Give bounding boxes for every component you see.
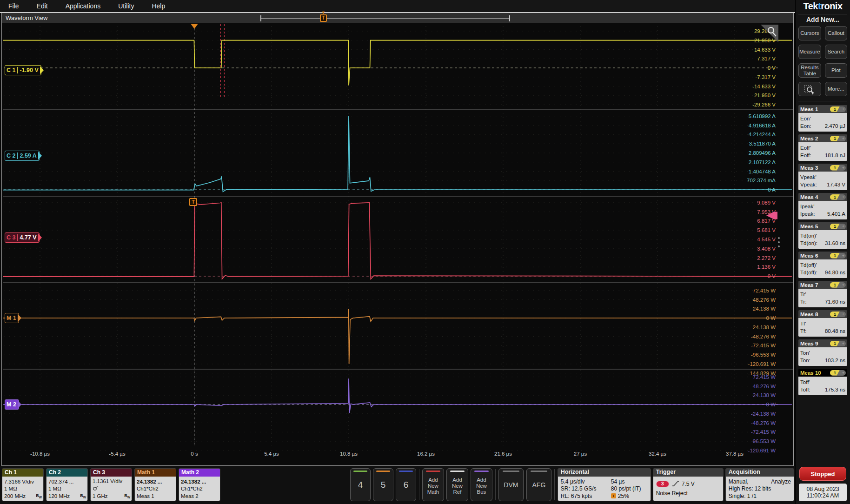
utility-buttons: DVMAFG [498, 468, 551, 501]
panel-button-plot[interactable]: Plot [825, 63, 847, 78]
measurement-card-body: Td(on)'Td(on):31.60 ns [798, 230, 847, 249]
button-afg[interactable]: AFG [526, 468, 551, 501]
channel-button-4[interactable]: 4 [350, 468, 371, 501]
panel-button-more[interactable]: More... [825, 82, 847, 96]
panel-button-measure[interactable]: Measure [798, 45, 821, 59]
divider [419, 469, 419, 500]
measurement-source-badge[interactable]: 1+ [830, 282, 846, 288]
measurement-name: Eon' [800, 116, 845, 121]
measurement-source-badge[interactable]: 1+ [830, 370, 846, 376]
horizontal-panel[interactable]: Horizontal 5.4 µs/div54 µs SR: 12.5 GS/s… [558, 468, 651, 501]
menu-item-file[interactable]: File [5, 1, 31, 11]
horizontal-scale: 5.4 µs/div [561, 478, 611, 485]
channel-card-row: Ch1*Ch2 [181, 486, 219, 491]
panel-button-callout[interactable]: Callout [825, 26, 847, 40]
measurement-card[interactable]: Meas 41+Ipeak'Ipeak:5.401 A [798, 193, 847, 219]
measurement-source-badge[interactable]: 1+ [830, 341, 846, 346]
channel-badge-ch1[interactable]: C 1-1.90 V [5, 65, 41, 75]
channel-setting: 24.1382 ... [181, 479, 206, 484]
panel-button-cursors[interactable]: Cursors [798, 26, 821, 40]
svg-text:48.276 W: 48.276 W [753, 384, 776, 389]
menu-item-help[interactable]: Help [148, 1, 177, 11]
measurement-name: Tf' [800, 321, 845, 326]
measurement-source-badge[interactable]: 1+ [830, 165, 846, 171]
record-view-bracket[interactable]: T [260, 15, 510, 21]
menu-item-edit[interactable]: Edit [33, 1, 60, 11]
trigger-panel[interactable]: Trigger 3 7.5 V Noise Reject [653, 468, 724, 501]
waveform-plot[interactable]: 29.266 V21.950 V14.633 V7.317 V0 V-7.317… [3, 23, 793, 462]
svg-text:24.138 W: 24.138 W [753, 392, 776, 398]
trigger-level: 7.5 V [682, 481, 695, 487]
channel-card-row: Meas 2 [181, 493, 219, 499]
measurement-card[interactable]: Meas 91+Ton'Ton:103.2 ns [798, 339, 847, 366]
trigger-source-badge: 3 [656, 481, 669, 487]
measurement-source-badge[interactable]: 1+ [830, 253, 846, 259]
measurement-label: Ton: [800, 358, 810, 363]
measurement-card[interactable]: Meas 51+Td(on)'Td(on):31.60 ns [798, 222, 847, 249]
measurement-card[interactable]: Meas 11+Eon'Eon:2.470 µJ [798, 105, 847, 132]
panel-button-results-table[interactable]: Results Table [798, 63, 821, 78]
button-add-new-math[interactable]: AddNewMath [422, 468, 444, 501]
channel-button-5[interactable]: 5 [373, 468, 393, 501]
channel-badge-m1[interactable]: M 1 [5, 313, 19, 323]
svg-text:6.817 V: 6.817 V [757, 218, 776, 224]
svg-text:5.618992 A: 5.618992 A [749, 113, 776, 119]
panel-button-search[interactable]: Search [825, 45, 847, 59]
measurement-card[interactable]: Meas 71+Tr'Tr:71.60 ns [798, 281, 847, 307]
measurement-card[interactable]: Meas 31+Vpeak'Vpeak:17.43 V [798, 164, 847, 190]
channel-setting: 1 MΩ [4, 486, 17, 491]
measurement-source-badge[interactable]: 1+ [830, 106, 846, 112]
channel-card-ch2[interactable]: Ch 2702.374 ...1 MΩ120 MHzBW [46, 468, 88, 501]
measurement-source-badge[interactable]: 1+ [830, 136, 846, 141]
button-add-new-bus[interactable]: AddNewBus [471, 468, 492, 501]
channel-button-6[interactable]: 6 [396, 468, 416, 501]
channel-card-ch1[interactable]: Ch 17.3166 V/div1 MΩ200 MHzBW [2, 468, 44, 501]
zoom-select-button[interactable] [798, 82, 821, 96]
add-new-button-grid: CursorsCalloutMeasureSearchResults Table… [798, 24, 847, 101]
date-label: 08 Aug 2023 [806, 486, 839, 492]
measurement-source-badge[interactable]: 1+ [830, 194, 846, 200]
trigger-position-marker[interactable]: T [320, 14, 327, 22]
channel-badge-ch3[interactable]: C 34.77 V [5, 232, 40, 243]
acquisition-mode: Manual, [729, 478, 749, 485]
measurement-title: Meas 9 [800, 341, 818, 346]
svg-text:3.511870 A: 3.511870 A [749, 141, 776, 146]
measurement-value-row: Ipeak:5.401 A [800, 211, 845, 217]
measurement-label: Tf: [800, 328, 806, 334]
measurement-value: 71.60 ns [825, 299, 845, 305]
measurement-source-badge[interactable]: 1+ [830, 312, 846, 317]
button-add-new-ref[interactable]: AddNewRef [446, 468, 468, 501]
menubar: FileEditApplicationsUtilityHelp [0, 0, 795, 13]
measurement-card[interactable]: Meas 21+Eoff'Eoff:181.8 nJ [798, 134, 847, 161]
measurement-card[interactable]: Meas 81+Tf'Tf:80.48 ns [798, 310, 847, 337]
channel-badge-ch2[interactable]: C 22.59 A [5, 151, 40, 161]
add-new-buttons: AddNewMathAddNewRefAddNewBus [422, 468, 492, 501]
measurement-value: 94.80 ns [825, 270, 845, 275]
measurement-card[interactable]: Meas 101+Toff'Toff:175.3 ns [798, 369, 847, 395]
acquisition-panel[interactable]: Acquisition Manual,Analyze High Res: 12 … [725, 468, 794, 501]
channel-card-ch3[interactable]: Ch 31.1361 V/div1 GHzBW [90, 468, 132, 501]
menu-item-applications[interactable]: Applications [62, 1, 113, 11]
measurement-value: 103.2 ns [825, 358, 845, 363]
measurement-name: Ton' [800, 350, 845, 356]
measurement-card-body: Ton'Ton:103.2 ns [798, 347, 847, 366]
button-dvm[interactable]: DVM [498, 468, 524, 501]
menu-item-utility[interactable]: Utility [114, 1, 146, 11]
channel-card-row: Meas 1 [137, 493, 174, 499]
channel-card-body: 7.3166 V/div1 MΩ200 MHzBW [2, 477, 43, 501]
measurement-source-badge[interactable]: 1+ [830, 224, 846, 229]
waveform-view-tab[interactable]: Waveform View [6, 14, 47, 21]
svg-text:-72.415 W: -72.415 W [751, 429, 776, 435]
channel-card-math1[interactable]: Math 124.1382 ...Ch1*Ch2Meas 1 [134, 468, 176, 501]
channel-card-row: Ch1*Ch2 [137, 486, 174, 491]
measurement-card[interactable]: Meas 61+Td(off)'Td(off):94.80 ns [798, 252, 847, 278]
svg-text:5.4 µs: 5.4 µs [264, 451, 279, 457]
measurement-card-body: Ipeak'Ipeak:5.401 A [798, 201, 847, 219]
svg-text:2.107122 A: 2.107122 A [749, 159, 776, 165]
run-stop-status-button[interactable]: Stopped [799, 467, 846, 481]
channel-card-math2[interactable]: Math 224.1382 ...Ch1*Ch2Meas 2 [179, 468, 220, 501]
panel-splitter-handle[interactable] [778, 237, 780, 247]
trigger-event-badge[interactable]: T [189, 198, 197, 206]
svg-text:0 V: 0 V [768, 273, 776, 279]
channel-badge-m2[interactable]: M 2 [5, 399, 19, 410]
